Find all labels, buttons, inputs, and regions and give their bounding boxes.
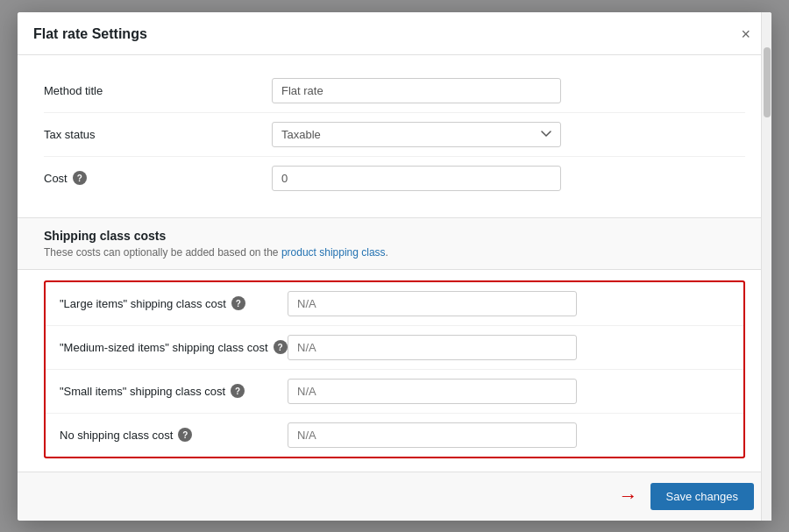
medium-items-row: "Medium-sized items" shipping class cost… xyxy=(46,326,743,370)
medium-items-input[interactable] xyxy=(288,335,577,360)
no-shipping-class-label: No shipping class cost ? xyxy=(60,428,288,442)
modal-header: Flat rate Settings × xyxy=(18,12,771,55)
shipping-class-costs-section-header: Shipping class costs These costs can opt… xyxy=(18,217,771,270)
method-title-input[interactable] xyxy=(272,78,561,103)
modal-wrapper: Flat rate Settings × Method title Tax st… xyxy=(18,12,771,521)
method-title-control xyxy=(272,78,745,103)
small-items-input[interactable] xyxy=(288,379,577,404)
cost-help-icon[interactable]: ? xyxy=(73,171,87,185)
save-arrow-indicator: → xyxy=(619,485,638,507)
modal-body: Method title Tax status Taxable None xyxy=(18,55,771,472)
no-shipping-class-input[interactable] xyxy=(288,422,577,448)
scrollbar-track[interactable] xyxy=(761,12,771,521)
cost-label: Cost ? xyxy=(44,171,272,185)
shipping-class-costs-group: "Large items" shipping class cost ? "Med… xyxy=(44,280,745,458)
medium-items-control xyxy=(288,335,729,360)
modal-footer: → Save changes xyxy=(18,472,771,521)
tax-status-label: Tax status xyxy=(44,128,272,141)
large-items-row: "Large items" shipping class cost ? xyxy=(46,282,743,326)
no-shipping-class-row: No shipping class cost ? xyxy=(46,414,743,457)
tax-status-select[interactable]: Taxable None Shipping only xyxy=(272,122,561,147)
small-items-help-icon[interactable]: ? xyxy=(231,384,245,398)
large-items-input[interactable] xyxy=(288,291,577,316)
modal-title: Flat rate Settings xyxy=(33,26,147,42)
product-shipping-class-link[interactable]: product shipping class xyxy=(281,246,386,259)
cost-input[interactable] xyxy=(272,166,561,191)
large-items-control xyxy=(288,291,729,316)
no-shipping-class-control xyxy=(288,422,729,448)
medium-items-label: "Medium-sized items" shipping class cost… xyxy=(60,340,288,354)
small-items-label: "Small items" shipping class cost ? xyxy=(60,384,288,398)
modal-overlay: Flat rate Settings × Method title Tax st… xyxy=(0,0,789,532)
cost-control xyxy=(272,166,745,191)
cost-row: Cost ? xyxy=(44,157,745,200)
shipping-class-costs-title: Shipping class costs xyxy=(44,229,745,243)
flat-rate-settings-modal: Flat rate Settings × Method title Tax st… xyxy=(18,12,771,521)
large-items-label: "Large items" shipping class cost ? xyxy=(60,296,288,310)
medium-items-help-icon[interactable]: ? xyxy=(274,340,288,354)
small-items-row: "Small items" shipping class cost ? xyxy=(46,370,743,414)
close-button[interactable]: × xyxy=(736,25,756,44)
method-title-row: Method title xyxy=(44,69,745,113)
large-items-help-icon[interactable]: ? xyxy=(231,296,245,310)
basic-settings-section: Method title Tax status Taxable None xyxy=(18,55,771,214)
method-title-label: Method title xyxy=(44,84,272,97)
tax-status-row: Tax status Taxable None Shipping only xyxy=(44,113,745,157)
no-shipping-class-help-icon[interactable]: ? xyxy=(178,428,192,442)
tax-status-control: Taxable None Shipping only xyxy=(272,122,745,147)
shipping-class-costs-description: These costs can optionally be added base… xyxy=(44,246,745,259)
small-items-control xyxy=(288,379,729,404)
save-changes-button[interactable]: Save changes xyxy=(650,483,754,510)
scrollbar-thumb[interactable] xyxy=(764,47,771,117)
